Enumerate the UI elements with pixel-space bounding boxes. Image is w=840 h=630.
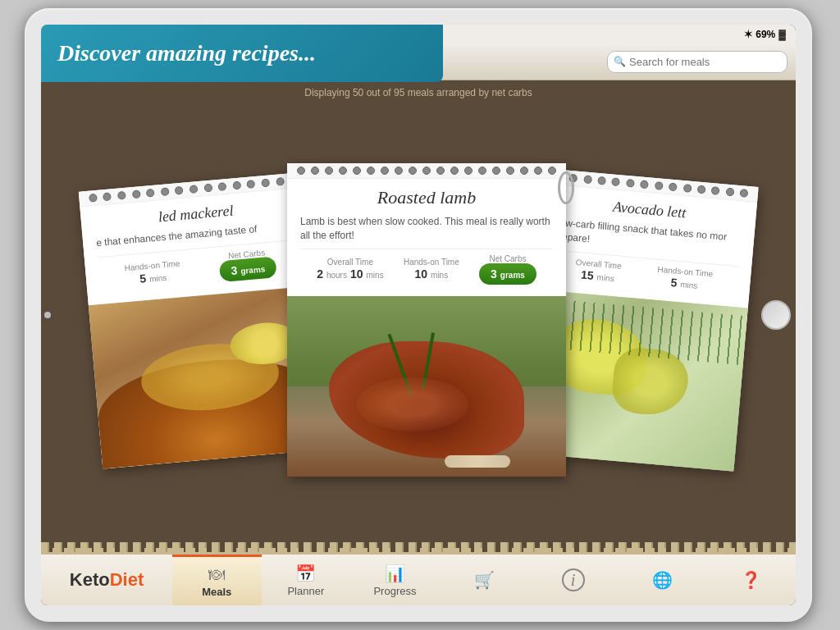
subtitle-text: Displaying 50 out of 95 meals arranged b… — [41, 80, 796, 105]
center-netcarbs-value: 3 — [491, 267, 497, 281]
banner-text: Discover amazing recipes... — [57, 40, 316, 66]
tab-globe[interactable]: 🌐 — [618, 555, 707, 605]
meals-icon: 🍽 — [208, 565, 225, 584]
center-food-image — [287, 296, 566, 477]
screen: Discover amazing recipes... iPad 📶 19:08… — [41, 25, 796, 605]
tab-info[interactable]: i — [528, 555, 618, 605]
bluetooth-icon: ✶ — [744, 29, 752, 40]
right-hands-value: 5 — [670, 276, 678, 290]
left-card-text: led mackerel e that enhances the amazing… — [80, 187, 317, 305]
planner-label: Planner — [287, 585, 324, 597]
app-logo: Keto Diet — [41, 569, 172, 591]
meals-label: Meals — [202, 586, 231, 598]
globe-icon: 🌐 — [652, 570, 673, 590]
center-overall-label: Overall Time — [317, 258, 384, 267]
content-area: led mackerel e that enhances the amazing… — [41, 98, 796, 541]
device-frame: Discover amazing recipes... iPad 📶 19:08… — [25, 8, 812, 622]
cart-icon: 🛒 — [474, 570, 495, 590]
left-hands-value: 5 — [139, 271, 147, 285]
center-card-clip — [558, 171, 574, 204]
battery-icon: ▓ — [778, 29, 786, 40]
tab-cart[interactable]: 🛒 — [440, 555, 529, 605]
right-hands-unit: mins — [680, 280, 698, 290]
discover-banner: Discover amazing recipes... — [41, 25, 443, 82]
info-icon: i — [562, 568, 585, 591]
search-wrapper: 🔍 — [607, 51, 788, 73]
search-icon: 🔍 — [614, 56, 626, 68]
progress-icon: 📊 — [385, 564, 405, 583]
logo-keto: Keto — [70, 569, 110, 591]
tab-planner[interactable]: 📅 Planner — [262, 555, 351, 605]
right-overall-value: 15 — [581, 267, 595, 281]
planner-icon: 📅 — [295, 564, 316, 583]
battery-percent: 69% — [756, 29, 775, 40]
center-hands-value: 10 — [414, 267, 427, 281]
left-netcarbs-badge: 3 grams — [218, 256, 277, 282]
tab-bar: Keto Diet 🍽 Meals 📅 Planner 📊 Progress 🛒 — [41, 552, 796, 605]
left-netcarbs-value: 3 — [231, 263, 238, 277]
center-netcarbs-badge: 3 grams — [479, 263, 536, 285]
center-card-title: Roasted lamb — [300, 187, 553, 208]
center-overall-val2: 10 — [350, 267, 363, 281]
left-hands-unit: mins — [149, 272, 167, 283]
tab-help[interactable]: ❓ — [706, 555, 796, 605]
center-card-text: Roasted lamb Lamb is best when slow cook… — [287, 179, 566, 297]
center-netcarbs-unit: grams — [500, 271, 525, 280]
recipe-card-center[interactable]: Roasted lamb Lamb is best when slow cook… — [287, 163, 566, 477]
tab-progress[interactable]: 📊 Progress — [350, 555, 440, 605]
side-button — [44, 312, 51, 318]
center-card-stats: Overall Time 2 hours 10 mins Hands-on Ti… — [300, 249, 553, 290]
help-icon: ❓ — [741, 570, 761, 590]
logo-diet: Diet — [110, 569, 144, 591]
center-card-desc: Lamb is best when slow cooked. This meal… — [300, 215, 553, 243]
left-netcarbs-unit: grams — [240, 264, 266, 276]
notebook-holes-center — [287, 163, 566, 179]
center-overall-unit2: mins — [367, 271, 384, 280]
center-overall-val1: 2 — [317, 267, 323, 281]
right-overall-unit: mins — [596, 272, 614, 283]
search-input[interactable] — [607, 51, 788, 73]
progress-label: Progress — [373, 585, 416, 597]
tab-meals[interactable]: 🍽 Meals — [172, 555, 262, 605]
center-hands-unit: mins — [431, 271, 448, 280]
center-overall-unit1: hours — [326, 271, 347, 280]
center-netcarbs-label: Net Carbs — [479, 254, 536, 263]
home-button[interactable] — [761, 300, 791, 330]
center-hands-label: Hands-on Time — [404, 258, 459, 267]
